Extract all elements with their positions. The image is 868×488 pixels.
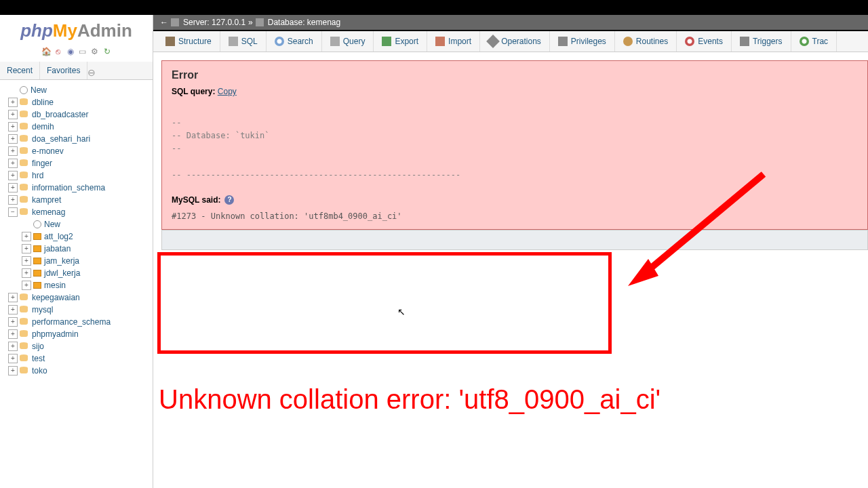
tree-table-item[interactable]: +jabatan: [3, 243, 150, 255]
table-icon: [33, 245, 41, 252]
collapse-icon[interactable]: −: [8, 207, 18, 217]
database-icon: [20, 208, 29, 216]
database-icon: [20, 147, 29, 155]
tree-db-item[interactable]: +test: [3, 352, 150, 365]
expand-icon[interactable]: +: [8, 183, 18, 192]
import-icon: [435, 37, 445, 46]
database-icon: [20, 135, 29, 143]
breadcrumb-database[interactable]: Database: kemenag: [268, 18, 340, 27]
tree-db-item[interactable]: +performance_schema: [3, 316, 150, 328]
database-bc-icon: [256, 18, 264, 26]
expand-icon[interactable]: +: [8, 366, 18, 375]
tab-events[interactable]: Events: [677, 31, 732, 52]
tree-db-item[interactable]: +toko: [3, 365, 150, 377]
breadcrumb-back-icon[interactable]: ←: [160, 18, 168, 27]
tree-db-item[interactable]: +information_schema: [3, 182, 150, 194]
help-round-icon[interactable]: ◉: [66, 47, 75, 56]
tab-operations[interactable]: Operations: [480, 31, 550, 52]
tree-db-item[interactable]: +phpmyadmin: [3, 328, 150, 340]
collapse-icon[interactable]: ⊖: [87, 67, 96, 79]
table-icon: [33, 233, 41, 240]
exit-icon[interactable]: ⎋: [54, 47, 63, 56]
breadcrumb-separator: »: [248, 18, 253, 27]
home-icon[interactable]: 🏠: [41, 47, 51, 56]
tree-table-item[interactable]: +jdwl_kerja: [3, 267, 150, 279]
expand-icon[interactable]: +: [8, 195, 18, 205]
tab-recent[interactable]: Recent: [0, 62, 40, 79]
expand-icon[interactable]: +: [8, 329, 18, 339]
database-icon: [20, 342, 29, 350]
tree-db-item[interactable]: +finger: [3, 157, 150, 169]
tab-triggers[interactable]: Triggers: [732, 31, 791, 52]
tree-db-item[interactable]: +dbline: [3, 96, 150, 108]
database-icon: [20, 318, 29, 326]
expand-icon[interactable]: +: [8, 134, 18, 144]
tree-db-item[interactable]: +doa_sehari_hari: [3, 133, 150, 145]
svg-marker-1: [628, 259, 658, 286]
tree-table-item[interactable]: +jam_kerja: [3, 255, 150, 267]
tab-import[interactable]: Import: [427, 31, 480, 52]
settings-gear-icon[interactable]: ⚙: [90, 47, 100, 56]
tree-table-new[interactable]: New: [3, 218, 150, 230]
tree-table-item[interactable]: +mesin: [3, 279, 150, 291]
tree-db-item[interactable]: +demih: [3, 121, 150, 133]
tree-db-kemenag[interactable]: −kemenag: [3, 206, 150, 218]
sql-window-icon[interactable]: ▭: [78, 47, 87, 56]
tab-privileges[interactable]: Privileges: [550, 31, 615, 52]
expand-icon[interactable]: +: [8, 171, 18, 180]
expand-icon[interactable]: +: [8, 293, 18, 302]
expand-icon[interactable]: +: [8, 98, 18, 107]
main-panel: ← Server: 127.0.0.1 » Database: kemenag …: [153, 15, 868, 488]
expand-icon[interactable]: +: [8, 146, 18, 156]
reload-icon[interactable]: ↻: [102, 47, 112, 56]
db-tree: New +dbline+db_broadcaster+demih+doa_seh…: [0, 80, 153, 381]
expand-icon[interactable]: +: [8, 159, 18, 168]
tree-db-item[interactable]: +kepegawaian: [3, 291, 150, 304]
tree-db-item[interactable]: +e-monev: [3, 145, 150, 157]
tab-export[interactable]: Export: [374, 31, 427, 52]
expand-icon[interactable]: +: [22, 256, 31, 266]
logo[interactable]: phpMyAdmin: [0, 15, 153, 44]
tree-db-item[interactable]: +kampret: [3, 194, 150, 206]
expand-icon[interactable]: +: [22, 232, 31, 241]
expand-icon[interactable]: +: [22, 244, 31, 253]
expand-icon[interactable]: +: [22, 268, 31, 278]
expand-icon[interactable]: +: [8, 110, 18, 119]
tree-db-item[interactable]: +sijo: [3, 340, 150, 352]
tree-new[interactable]: New: [3, 84, 150, 96]
expand-icon[interactable]: +: [8, 342, 18, 351]
database-icon: [20, 171, 29, 180]
tree-db-label: kepegawaian: [32, 293, 80, 302]
tree-db-label: test: [32, 354, 45, 363]
expand-icon[interactable]: +: [8, 122, 18, 131]
tab-query[interactable]: Query: [322, 31, 374, 52]
annotation-text: Unknown collation error: 'utf8_0900_ai_c…: [159, 384, 660, 415]
tree-db-label: doa_sehari_hari: [32, 134, 90, 144]
database-icon: [20, 306, 29, 314]
expand-icon[interactable]: +: [8, 305, 18, 314]
tree-db-item[interactable]: +hrd: [3, 169, 150, 182]
table-icon: [33, 258, 41, 264]
expand-icon[interactable]: +: [8, 354, 18, 363]
tab-favorites[interactable]: Favorites: [40, 62, 87, 79]
sidebar-nav-tabs: Recent Favorites ⊖: [0, 62, 153, 80]
tab-routines[interactable]: Routines: [615, 31, 677, 52]
database-icon: [20, 330, 29, 338]
tab-sql[interactable]: SQL: [220, 31, 267, 52]
annotation-highlight-box: [157, 252, 612, 354]
tree-db-item[interactable]: +db_broadcaster: [3, 108, 150, 121]
tab-tracking[interactable]: Trac: [791, 31, 837, 52]
help-icon[interactable]: ?: [224, 195, 234, 205]
breadcrumb-server[interactable]: Server: 127.0.0.1: [183, 18, 245, 27]
events-icon: [685, 37, 694, 46]
main-tabs: Structure SQL Search Query Export Import…: [153, 31, 868, 52]
tree-db-label: kemenag: [32, 207, 65, 217]
tree-table-item[interactable]: +att_log2: [3, 230, 150, 243]
tree-db-item[interactable]: +mysql: [3, 304, 150, 316]
copy-link[interactable]: Copy: [218, 87, 237, 96]
expand-icon[interactable]: +: [8, 317, 18, 327]
tab-structure[interactable]: Structure: [157, 31, 220, 52]
tab-search[interactable]: Search: [267, 31, 322, 52]
expand-icon[interactable]: +: [22, 281, 31, 290]
tree-new-label: New: [31, 85, 47, 95]
